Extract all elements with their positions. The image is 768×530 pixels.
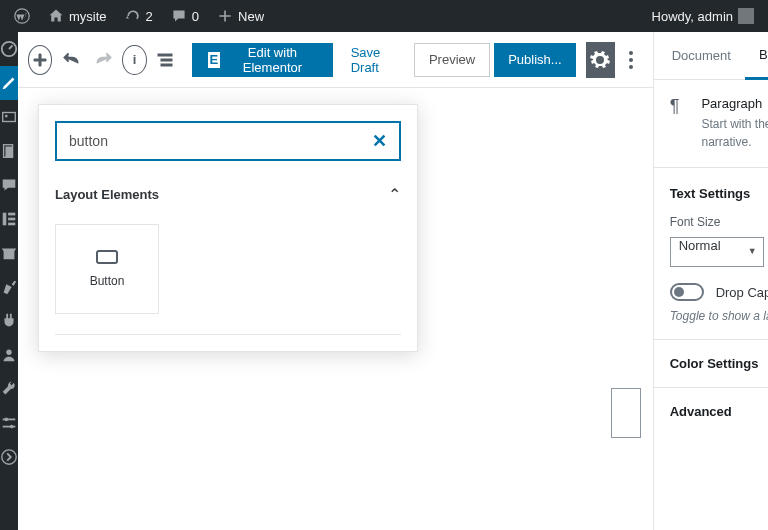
menu-templates[interactable]: [0, 236, 18, 270]
svg-point-10: [6, 350, 11, 355]
block-search[interactable]: ✕: [55, 121, 401, 161]
undo-button[interactable]: [56, 42, 85, 78]
menu-media[interactable]: [0, 100, 18, 134]
redo-button[interactable]: [89, 42, 118, 78]
svg-rect-5: [5, 147, 12, 158]
tab-block[interactable]: Block: [745, 32, 768, 80]
menu-posts[interactable]: [0, 66, 18, 100]
paragraph-icon: ¶: [670, 96, 688, 118]
svg-rect-8: [8, 218, 15, 221]
outline-button[interactable]: [151, 42, 180, 78]
admin-sidemenu: [0, 32, 18, 530]
svg-point-15: [2, 450, 16, 464]
menu-tools[interactable]: [0, 372, 18, 406]
menu-comments[interactable]: [0, 168, 18, 202]
drop-cap-label: Drop Cap: [716, 285, 768, 300]
svg-rect-7: [8, 213, 15, 216]
svg-rect-17: [161, 59, 172, 61]
svg-rect-16: [158, 54, 172, 56]
block-inserter: ✕ Layout Elements ⌃ Button: [38, 104, 418, 352]
panel-text-settings[interactable]: Text Settings ⌃: [670, 184, 768, 203]
svg-point-13: [5, 418, 9, 422]
drop-cap-toggle[interactable]: [670, 283, 704, 301]
block-type-desc: Start with the building block of all nar…: [701, 115, 768, 151]
more-menu[interactable]: [619, 51, 643, 69]
wp-logo[interactable]: [8, 0, 36, 32]
svg-point-14: [10, 425, 14, 429]
block-type-name: Paragraph: [701, 96, 768, 111]
menu-plugins[interactable]: [0, 304, 18, 338]
new-link[interactable]: New: [211, 0, 270, 32]
svg-rect-9: [8, 223, 15, 226]
svg-point-3: [5, 115, 8, 118]
tab-document[interactable]: Document: [658, 32, 745, 80]
button-icon: [96, 250, 118, 264]
svg-rect-2: [3, 113, 16, 122]
panel-advanced[interactable]: Advanced ⌄: [670, 404, 768, 419]
block-search-input[interactable]: [69, 133, 372, 149]
comments-link[interactable]: 0: [165, 0, 205, 32]
chevron-up-icon: ⌃: [388, 185, 401, 204]
edit-elementor-button[interactable]: EEdit with Elementor: [192, 43, 333, 77]
updates-link[interactable]: 2: [119, 0, 159, 32]
publish-button[interactable]: Publish...: [494, 43, 575, 77]
menu-dashboard[interactable]: [0, 32, 18, 66]
group-layout-elements[interactable]: Layout Elements ⌃: [55, 185, 401, 214]
drop-cap-hint: Toggle to show a large initial letter.: [670, 309, 768, 323]
menu-pages[interactable]: [0, 134, 18, 168]
menu-appearance[interactable]: [0, 270, 18, 304]
font-size-select[interactable]: Normal: [670, 237, 764, 267]
panel-color-settings[interactable]: Color Settings ⌄: [670, 356, 768, 371]
canvas-placeholder: [611, 388, 641, 438]
menu-settings[interactable]: [0, 406, 18, 440]
preview-button[interactable]: Preview: [414, 43, 490, 77]
add-block-button[interactable]: [28, 45, 52, 75]
clear-search-icon[interactable]: ✕: [372, 130, 387, 152]
font-size-label: Font Size: [670, 215, 768, 229]
svg-rect-18: [161, 64, 172, 66]
menu-collapse[interactable]: [0, 440, 18, 474]
site-link[interactable]: mysite: [42, 0, 113, 32]
avatar: [738, 8, 754, 24]
svg-point-19: [598, 57, 603, 62]
info-button[interactable]: i: [122, 45, 146, 75]
menu-users[interactable]: [0, 338, 18, 372]
account-link[interactable]: Howdy, admin: [646, 0, 760, 32]
settings-toggle[interactable]: [586, 42, 615, 78]
block-button[interactable]: Button: [55, 224, 159, 314]
svg-rect-6: [3, 213, 7, 226]
save-draft-link[interactable]: Save Draft: [341, 45, 410, 75]
menu-elementor[interactable]: [0, 202, 18, 236]
